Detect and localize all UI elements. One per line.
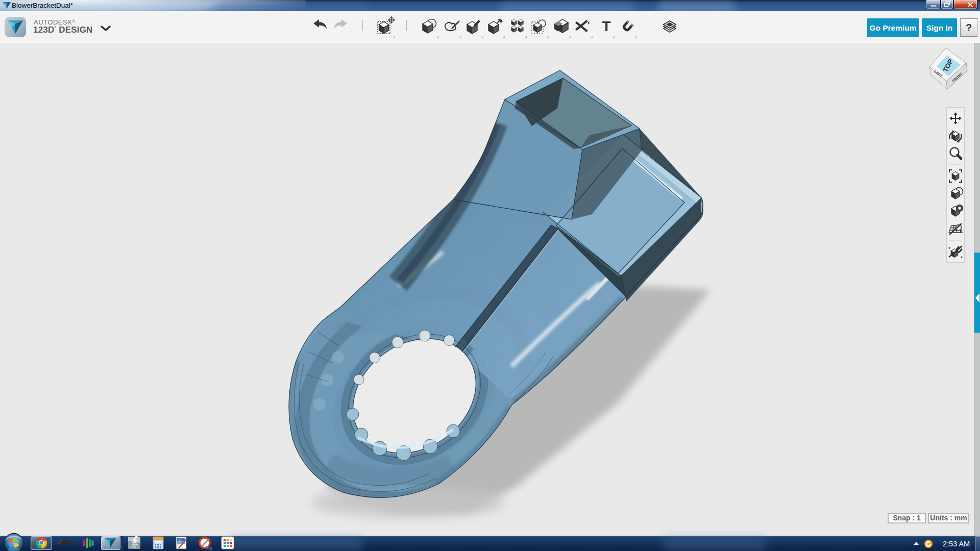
svg-text:T: T xyxy=(602,18,610,34)
svg-text:00: 00 xyxy=(207,546,212,551)
